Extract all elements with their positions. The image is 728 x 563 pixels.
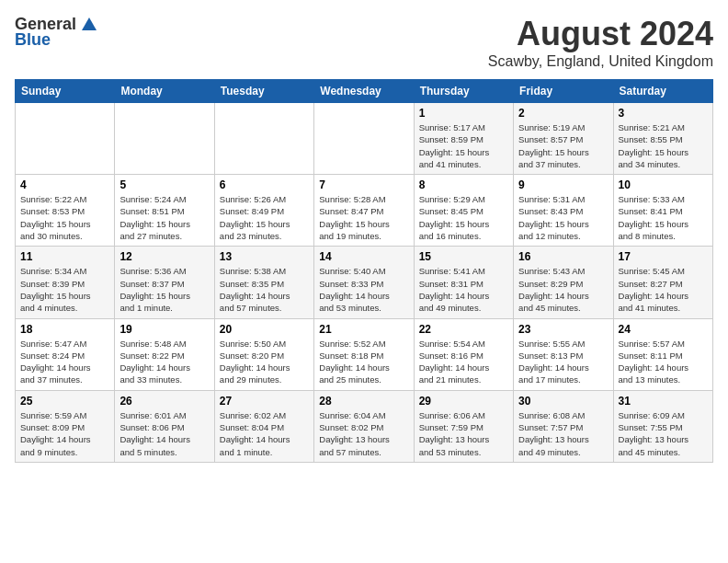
day-detail: Sunrise: 5:57 AM Sunset: 8:11 PM Dayligh… [619, 338, 708, 386]
day-detail: Sunrise: 5:36 AM Sunset: 8:37 PM Dayligh… [119, 265, 209, 314]
calendar-cell: 19Sunrise: 5:48 AM Sunset: 8:22 PM Dayli… [115, 318, 214, 390]
col-header-monday: Monday [115, 80, 214, 103]
day-number: 28 [319, 395, 408, 408]
day-detail: Sunrise: 5:24 AM Sunset: 8:51 PM Dayligh… [119, 193, 209, 242]
col-header-thursday: Thursday [414, 80, 513, 103]
svg-marker-0 [82, 17, 97, 30]
day-number: 9 [518, 178, 608, 191]
calendar-table: SundayMondayTuesdayWednesdayThursdayFrid… [15, 79, 713, 463]
day-detail: Sunrise: 5:45 AM Sunset: 8:27 PM Dayligh… [619, 265, 708, 314]
day-number: 21 [319, 323, 408, 336]
day-number: 16 [518, 250, 608, 263]
calendar-cell: 3Sunrise: 5:21 AM Sunset: 8:55 PM Daylig… [613, 103, 712, 175]
day-number: 23 [518, 323, 608, 336]
day-number: 25 [20, 395, 109, 408]
calendar-cell: 4Sunrise: 5:22 AM Sunset: 8:53 PM Daylig… [16, 175, 115, 247]
day-number: 3 [619, 107, 708, 120]
day-detail: Sunrise: 5:21 AM Sunset: 8:55 PM Dayligh… [619, 121, 708, 170]
calendar-cell: 29Sunrise: 6:06 AM Sunset: 7:59 PM Dayli… [414, 390, 513, 462]
col-header-sunday: Sunday [16, 80, 115, 103]
day-detail: Sunrise: 6:02 AM Sunset: 8:04 PM Dayligh… [220, 409, 309, 458]
calendar-cell: 12Sunrise: 5:36 AM Sunset: 8:37 PM Dayli… [115, 247, 214, 318]
calendar-cell: 15Sunrise: 5:41 AM Sunset: 8:31 PM Dayli… [414, 247, 513, 318]
title-block: August 2024 Scawby, England, United King… [488, 15, 713, 70]
day-number: 13 [220, 250, 309, 263]
calendar-cell: 28Sunrise: 6:04 AM Sunset: 8:02 PM Dayli… [314, 390, 414, 462]
day-detail: Sunrise: 5:28 AM Sunset: 8:47 PM Dayligh… [319, 193, 408, 242]
day-number: 22 [419, 323, 508, 336]
day-number: 14 [319, 250, 408, 263]
day-detail: Sunrise: 5:59 AM Sunset: 8:09 PM Dayligh… [20, 409, 109, 458]
calendar-cell: 10Sunrise: 5:33 AM Sunset: 8:41 PM Dayli… [613, 175, 712, 247]
day-number: 1 [419, 107, 508, 120]
calendar-week-row: 18Sunrise: 5:47 AM Sunset: 8:24 PM Dayli… [16, 318, 713, 390]
calendar-cell: 25Sunrise: 5:59 AM Sunset: 8:09 PM Dayli… [16, 390, 115, 462]
calendar-cell: 6Sunrise: 5:26 AM Sunset: 8:49 PM Daylig… [214, 175, 313, 247]
day-detail: Sunrise: 5:29 AM Sunset: 8:45 PM Dayligh… [419, 193, 508, 242]
calendar-cell [214, 103, 313, 175]
day-number: 24 [619, 323, 708, 336]
day-detail: Sunrise: 6:08 AM Sunset: 7:57 PM Dayligh… [518, 409, 608, 458]
day-number: 18 [20, 323, 109, 336]
day-detail: Sunrise: 5:50 AM Sunset: 8:20 PM Dayligh… [220, 338, 309, 386]
day-detail: Sunrise: 6:09 AM Sunset: 7:55 PM Dayligh… [619, 409, 708, 458]
day-detail: Sunrise: 5:19 AM Sunset: 8:57 PM Dayligh… [518, 121, 608, 170]
day-number: 17 [619, 250, 708, 263]
day-detail: Sunrise: 5:22 AM Sunset: 8:53 PM Dayligh… [20, 193, 109, 242]
calendar-cell: 27Sunrise: 6:02 AM Sunset: 8:04 PM Dayli… [214, 390, 313, 462]
day-detail: Sunrise: 6:04 AM Sunset: 8:02 PM Dayligh… [319, 409, 408, 458]
col-header-saturday: Saturday [613, 80, 712, 103]
logo: General Blue [15, 15, 98, 50]
day-number: 7 [319, 178, 408, 191]
calendar-week-row: 4Sunrise: 5:22 AM Sunset: 8:53 PM Daylig… [16, 175, 713, 247]
page-header: General Blue August 2024 Scawby, England… [15, 15, 713, 70]
calendar-cell: 11Sunrise: 5:34 AM Sunset: 8:39 PM Dayli… [16, 247, 115, 318]
day-detail: Sunrise: 5:55 AM Sunset: 8:13 PM Dayligh… [518, 338, 608, 386]
calendar-cell: 26Sunrise: 6:01 AM Sunset: 8:06 PM Dayli… [115, 390, 214, 462]
calendar-cell [314, 103, 414, 175]
location-title: Scawby, England, United Kingdom [488, 53, 713, 70]
calendar-week-row: 11Sunrise: 5:34 AM Sunset: 8:39 PM Dayli… [16, 247, 713, 318]
calendar-cell: 24Sunrise: 5:57 AM Sunset: 8:11 PM Dayli… [613, 318, 712, 390]
day-number: 5 [119, 178, 209, 191]
calendar-cell: 17Sunrise: 5:45 AM Sunset: 8:27 PM Dayli… [613, 247, 712, 318]
calendar-cell: 8Sunrise: 5:29 AM Sunset: 8:45 PM Daylig… [414, 175, 513, 247]
calendar-cell: 21Sunrise: 5:52 AM Sunset: 8:18 PM Dayli… [314, 318, 414, 390]
calendar-cell [16, 103, 115, 175]
day-detail: Sunrise: 5:40 AM Sunset: 8:33 PM Dayligh… [319, 265, 408, 314]
calendar-header-row: SundayMondayTuesdayWednesdayThursdayFrid… [16, 80, 713, 103]
day-number: 20 [220, 323, 309, 336]
calendar-cell [115, 103, 214, 175]
month-title: August 2024 [488, 15, 713, 53]
col-header-tuesday: Tuesday [214, 80, 313, 103]
day-detail: Sunrise: 5:31 AM Sunset: 8:43 PM Dayligh… [518, 193, 608, 242]
day-number: 15 [419, 250, 508, 263]
day-number: 4 [20, 178, 109, 191]
day-number: 30 [518, 395, 608, 408]
day-number: 10 [619, 178, 708, 191]
day-detail: Sunrise: 5:41 AM Sunset: 8:31 PM Dayligh… [419, 265, 508, 314]
day-number: 12 [119, 250, 209, 263]
day-detail: Sunrise: 6:06 AM Sunset: 7:59 PM Dayligh… [419, 409, 508, 458]
calendar-cell: 9Sunrise: 5:31 AM Sunset: 8:43 PM Daylig… [514, 175, 613, 247]
calendar-cell: 16Sunrise: 5:43 AM Sunset: 8:29 PM Dayli… [514, 247, 613, 318]
calendar-cell: 18Sunrise: 5:47 AM Sunset: 8:24 PM Dayli… [16, 318, 115, 390]
calendar-cell: 13Sunrise: 5:38 AM Sunset: 8:35 PM Dayli… [214, 247, 313, 318]
day-detail: Sunrise: 5:47 AM Sunset: 8:24 PM Dayligh… [20, 338, 109, 386]
col-header-friday: Friday [514, 80, 613, 103]
calendar-cell: 1Sunrise: 5:17 AM Sunset: 8:59 PM Daylig… [414, 103, 513, 175]
logo-blue-text: Blue [15, 30, 51, 50]
calendar-cell: 20Sunrise: 5:50 AM Sunset: 8:20 PM Dayli… [214, 318, 313, 390]
calendar-cell: 2Sunrise: 5:19 AM Sunset: 8:57 PM Daylig… [514, 103, 613, 175]
day-number: 2 [518, 107, 608, 120]
calendar-cell: 30Sunrise: 6:08 AM Sunset: 7:57 PM Dayli… [514, 390, 613, 462]
day-detail: Sunrise: 5:17 AM Sunset: 8:59 PM Dayligh… [419, 121, 508, 170]
calendar-cell: 7Sunrise: 5:28 AM Sunset: 8:47 PM Daylig… [314, 175, 414, 247]
calendar-cell: 31Sunrise: 6:09 AM Sunset: 7:55 PM Dayli… [613, 390, 712, 462]
day-detail: Sunrise: 5:43 AM Sunset: 8:29 PM Dayligh… [518, 265, 608, 314]
calendar-cell: 23Sunrise: 5:55 AM Sunset: 8:13 PM Dayli… [514, 318, 613, 390]
day-number: 19 [119, 323, 209, 336]
calendar-week-row: 1Sunrise: 5:17 AM Sunset: 8:59 PM Daylig… [16, 103, 713, 175]
calendar-cell: 14Sunrise: 5:40 AM Sunset: 8:33 PM Dayli… [314, 247, 414, 318]
day-number: 6 [220, 178, 309, 191]
